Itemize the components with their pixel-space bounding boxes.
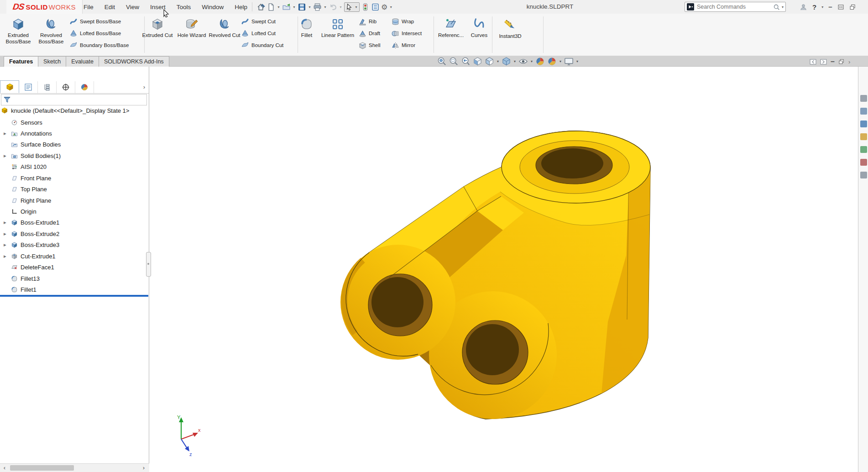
hide-show-dropdown[interactable]: ▾ [531,59,533,63]
task-pane-tab-icon[interactable] [860,108,867,115]
undo-button[interactable] [329,3,337,11]
tree-item-top-plane[interactable]: Top Plane [0,184,149,194]
tree-item-origin[interactable]: Origin [0,206,149,216]
graphics-area[interactable]: Y x z [149,67,858,472]
menu-help[interactable]: Help [235,4,247,10]
pane-next-icon[interactable] [820,58,827,65]
lofted-boss-base-button[interactable]: Lofted Boss/Base [69,29,121,38]
tab-configurationmanager[interactable] [38,81,57,93]
tab-features[interactable]: Features [4,56,38,67]
tree-item-boss-extrude1[interactable]: ▶Boss-Extrude1 [0,217,149,227]
help-dropdown[interactable]: ▾ [821,5,823,9]
tree-item-deleteface1[interactable]: DeleteFace1 [0,262,149,272]
tree-item-surface-bodies[interactable]: Surface Bodies [0,139,149,149]
undo-dropdown[interactable]: ▾ [339,5,343,9]
view-settings-dropdown[interactable]: ▾ [576,59,578,63]
section-view-icon[interactable] [473,57,482,66]
tab-evaluate[interactable]: Evaluate [66,56,99,67]
tree-item-boss-extrude2[interactable]: ▶Boss-Extrude2 [0,229,149,239]
menu-window[interactable]: Window [202,4,224,10]
draft-button[interactable]: Draft [359,29,380,38]
extruded-boss-base-button[interactable]: Extruded Boss/Base [1,16,36,45]
tree-item-fillet13[interactable]: Fillet13 [0,273,149,283]
rebuild-button[interactable] [361,3,370,11]
display-style-icon[interactable] [502,57,511,66]
help-button[interactable]: ? [812,3,816,11]
tab-featuremanager-design-tree[interactable] [0,80,19,93]
task-pane-tab-icon[interactable] [860,172,867,178]
view-orientation-dropdown[interactable]: ▾ [497,59,499,63]
expand-arrow[interactable]: ▶ [3,154,7,158]
tree-item-fillet1[interactable]: Fillet1 [0,284,149,294]
previous-view-icon[interactable] [461,57,471,66]
tree-root-knuckle[interactable]: knuckle (Default<<Default>_Display State… [0,105,149,115]
tree-item-material[interactable]: AISI 1020 [0,162,149,172]
tree-item-boss-extrude3[interactable]: ▶Boss-Extrude3 [0,240,149,250]
apply-scene-icon[interactable] [547,57,557,66]
tab-solidworks-add-ins[interactable]: SOLIDWORKS Add-Ins [99,56,169,67]
expand-arrow[interactable]: ▶ [3,131,7,136]
save-dropdown[interactable]: ▾ [308,5,312,9]
open-button[interactable] [282,3,291,11]
linear-pattern-button[interactable]: Linear Pattern [318,16,358,38]
display-style-dropdown[interactable]: ▾ [514,59,516,63]
menu-tools[interactable]: Tools [177,4,191,10]
panel-splitter-handle[interactable] [146,252,151,277]
tab-displaymanager[interactable] [75,81,94,93]
revolved-cut-button[interactable]: Revolved Cut [207,16,242,38]
tree-item-annotations[interactable]: ▶Annotations [0,128,149,138]
intersect-button[interactable]: Intersect [392,29,422,38]
restore-pane-icon[interactable] [838,58,845,65]
save-button[interactable] [298,3,306,11]
apply-scene-dropdown[interactable]: ▾ [559,59,561,63]
swept-cut-button[interactable]: Swept Cut [241,17,276,26]
task-pane-tab-icon[interactable] [860,121,867,127]
select-tool-button[interactable]: ▾ [344,2,360,12]
expand-arrow[interactable]: ▶ [3,220,7,225]
expand-arrow[interactable]: ▶ [3,254,7,258]
new-document-button[interactable] [267,3,275,11]
pane-previous-icon[interactable] [810,58,816,65]
menu-file[interactable]: File [84,4,94,10]
boundary-cut-button[interactable]: Boundary Cut [241,41,283,50]
hide-show-items-icon[interactable] [518,57,528,66]
panel-expand-chevron[interactable]: › [143,84,145,90]
windows-stack-button[interactable] [849,4,856,10]
minimize-pane-icon[interactable]: – [831,58,835,66]
minimize-button[interactable]: – [828,5,832,9]
search-dropdown[interactable]: ▾ [782,5,784,9]
expand-arrow[interactable]: ▶ [3,232,7,236]
hole-wizard-button[interactable]: Hole Wizard [173,16,211,38]
tree-item-sensors[interactable]: Sensors [0,117,149,127]
zoom-to-area-icon[interactable] [449,57,459,66]
scroll-right-button[interactable]: › [139,464,148,472]
mirror-button[interactable]: Mirror [392,41,415,50]
tab-sketch[interactable]: Sketch [38,56,66,67]
curves-button[interactable]: Curves [462,16,497,38]
restore-button[interactable] [837,4,844,10]
options-gear-button[interactable]: ⚙ [381,3,387,11]
user-account-icon[interactable] [800,3,807,11]
zoom-to-fit-icon[interactable] [437,57,447,66]
instant3d-button[interactable]: Instant3D [493,16,528,39]
tree-item-right-plane[interactable]: Right Plane [0,195,149,205]
task-pane-tab-icon[interactable] [860,159,867,166]
search-magnifier-icon[interactable] [773,4,780,10]
file-properties-button[interactable] [371,3,380,11]
task-pane-tab-icon[interactable] [860,95,867,102]
new-dropdown[interactable]: ▾ [277,5,281,9]
tab-dimxpertmanager[interactable] [57,81,75,93]
pane-overflow-icon[interactable]: › [848,58,850,65]
view-orientation-icon[interactable] [485,57,494,66]
task-pane-tab-icon[interactable] [860,133,867,140]
print-button[interactable] [313,3,322,11]
options-dropdown[interactable]: ▾ [389,5,393,9]
tree-item-cut-extrude1[interactable]: ▶Cut-Extrude1 [0,251,149,261]
open-dropdown[interactable]: ▾ [292,5,296,9]
rib-button[interactable]: Rib [359,17,376,26]
view-settings-icon[interactable] [564,57,574,66]
lofted-cut-button[interactable]: Lofted Cut [241,29,276,38]
select-dropdown[interactable]: ▾ [354,5,358,9]
tree-filter-bar[interactable] [1,94,147,105]
print-dropdown[interactable]: ▾ [323,5,327,9]
